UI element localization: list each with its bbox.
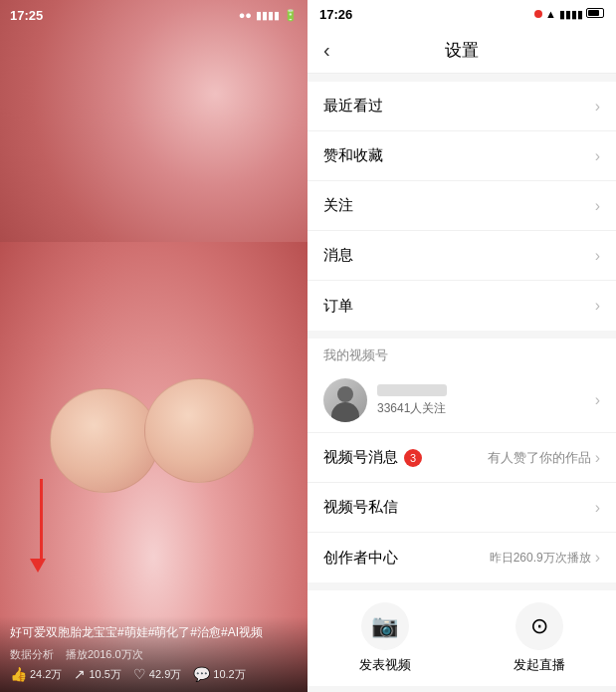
status-icons-left: ●● ▮▮▮▮ 🔋 [239, 9, 298, 22]
profile-name-blur [377, 384, 447, 396]
wifi-icon-right: ▲ [545, 8, 556, 20]
action-stats: 👍 24.2万 ↗ 10.5万 ♡ 42.9万 💬 10.2万 [10, 666, 298, 682]
video-msg-badge: 3 [404, 449, 422, 467]
baby-left [50, 388, 159, 493]
menu-label-order: 订单 [323, 297, 353, 316]
my-video-label: 我的视频号 [308, 339, 616, 368]
chevron-creator: › [595, 549, 600, 567]
post-video-icon: 📷 [361, 602, 409, 650]
status-bar-left: 17:25 ●● ▮▮▮▮ 🔋 [0, 0, 308, 30]
chevron-message: › [595, 247, 600, 265]
menu-item-recent[interactable]: 最近看过 › [308, 82, 616, 131]
avatar [323, 378, 367, 422]
avatar-body [331, 402, 359, 422]
like-icon: 👍 [10, 666, 27, 682]
video-private-item[interactable]: 视频号私信 › [308, 483, 616, 533]
msg-right: 有人赞了你的作品 › [488, 449, 600, 467]
red-arrow [30, 479, 46, 573]
menu-list: 最近看过 › 赞和收藏 › 关注 › 消息 › 订单 › [308, 82, 616, 331]
like-stat[interactable]: 👍 24.2万 [10, 666, 62, 682]
collect-icon: ♡ [133, 666, 146, 682]
video-title: 好可爱双胞胎龙宝宝#萌娃#萌化了#治愈#AI视频 [10, 624, 298, 641]
my-video-section: 我的视频号 33641人关注 › 视频号消息 3 有人赞了 [308, 339, 616, 582]
follower-count: 33641人关注 [377, 400, 447, 417]
share-icon: ↗ [74, 666, 86, 682]
menu-label-message: 消息 [323, 246, 353, 265]
page-title: 设置 [445, 39, 479, 62]
video-bottom-overlay: 好可爱双胞胎龙宝宝#萌娃#萌化了#治愈#AI视频 数据分析 播放2016.0万次… [0, 616, 308, 692]
video-private-label: 视频号私信 [323, 498, 398, 517]
arrow-head [30, 559, 46, 573]
video-stats: 数据分析 播放2016.0万次 [10, 647, 298, 662]
share-stat[interactable]: ↗ 10.5万 [74, 666, 120, 682]
creator-right: 昨日260.9万次播放 › [490, 549, 600, 567]
video-msg-label: 视频号消息 [323, 448, 398, 467]
wifi-icon-left: ●● [239, 9, 252, 21]
camera-icon: 📷 [371, 613, 398, 639]
dot-status [534, 8, 542, 20]
signal-icon-right: ▮▮▮▮ [559, 8, 583, 21]
comment-count: 10.2万 [213, 667, 245, 682]
menu-label-follow: 关注 [323, 196, 353, 215]
creator-stat: 昨日260.9万次播放 [490, 550, 591, 567]
signal-icon-left: ▮▮▮▮ [256, 9, 280, 22]
bottom-actions: 📷 发表视频 ⊙ 发起直播 [308, 590, 616, 686]
post-video-label: 发表视频 [359, 656, 411, 674]
profile-left: 33641人关注 [323, 378, 447, 422]
menu-label-recent: 最近看过 [323, 97, 383, 115]
arrow-line [40, 479, 43, 559]
chevron-video-private: › [595, 499, 600, 517]
live-icon: ⊙ [530, 613, 548, 639]
menu-label-collect: 赞和收藏 [323, 146, 383, 165]
video-msg-desc: 有人赞了你的作品 [488, 449, 591, 467]
settings-header: ‹ 设置 [308, 28, 616, 74]
time-right: 17:26 [319, 7, 352, 22]
comment-icon: 💬 [193, 666, 210, 682]
collect-stat[interactable]: ♡ 42.9万 [133, 666, 181, 682]
creator-item[interactable]: 创作者中心 昨日260.9万次播放 › [308, 533, 616, 582]
play-count: 播放2016.0万次 [66, 647, 143, 662]
creator-center-label: 创作者中心 [323, 549, 398, 568]
stats-label[interactable]: 数据分析 [10, 647, 54, 662]
time-left: 17:25 [10, 8, 43, 23]
menu-item-collect[interactable]: 赞和收藏 › [308, 131, 616, 181]
chevron-video-msg: › [595, 449, 600, 467]
menu-item-order[interactable]: 订单 › [308, 281, 616, 331]
battery-icon-right [586, 8, 604, 20]
battery-icon-left: 🔋 [284, 9, 298, 22]
chevron-order: › [595, 297, 600, 315]
left-panel: 17:25 ●● ▮▮▮▮ 🔋 好可爱双胞胎龙宝宝#萌娃#萌化了#治愈#AI视频… [0, 0, 308, 692]
menu-item-follow[interactable]: 关注 › [308, 181, 616, 231]
video-private-left: 视频号私信 [323, 498, 398, 517]
baby-right [144, 378, 254, 483]
chevron-follow: › [595, 197, 600, 215]
start-live-label: 发起直播 [513, 656, 565, 674]
post-video-btn[interactable]: 📷 发表视频 [308, 602, 462, 674]
collect-count: 42.9万 [149, 667, 181, 682]
profile-info: 33641人关注 [377, 384, 447, 417]
share-count: 10.5万 [89, 667, 120, 682]
start-live-icon: ⊙ [515, 602, 563, 650]
video-msg-item[interactable]: 视频号消息 3 有人赞了你的作品 › [308, 433, 616, 483]
chevron-collect: › [595, 147, 600, 165]
status-icons-right: ▲ ▮▮▮▮ [534, 8, 604, 21]
back-button[interactable]: ‹ [323, 39, 330, 62]
chevron-profile: › [595, 391, 600, 409]
start-live-btn[interactable]: ⊙ 发起直播 [462, 602, 616, 674]
chevron-recent: › [595, 98, 600, 115]
comment-stat[interactable]: 💬 10.2万 [193, 666, 245, 682]
profile-item[interactable]: 33641人关注 › [308, 368, 616, 433]
right-panel: 17:26 ▲ ▮▮▮▮ ‹ 设置 最近看过 › 赞和收藏 › 关注 › 消息 [308, 0, 616, 692]
status-bar-right: 17:26 ▲ ▮▮▮▮ [308, 0, 616, 28]
video-msg-left: 视频号消息 3 [323, 448, 422, 467]
menu-item-message[interactable]: 消息 › [308, 231, 616, 281]
like-count: 24.2万 [30, 667, 62, 682]
avatar-head [337, 386, 353, 402]
